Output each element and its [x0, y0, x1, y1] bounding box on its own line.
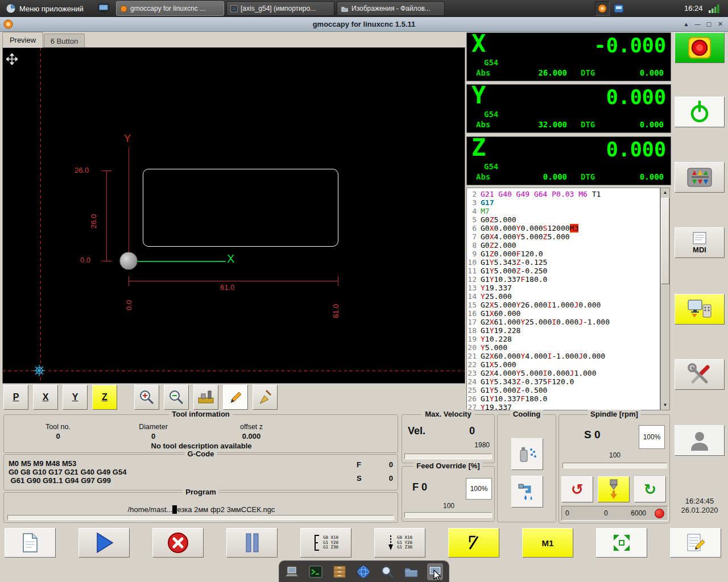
scroll-down-button[interactable]: ▼	[661, 401, 669, 410]
gcode-line[interactable]: 21G2X60.000Y4.000I-1.000J0.000	[467, 352, 660, 360]
taskbar-window-axis[interactable]: [axis_g54] (импортиро...	[226, 1, 334, 16]
mist-button[interactable]	[511, 438, 543, 470]
skip-block-button[interactable]	[448, 528, 499, 558]
tab-6-button[interactable]: 6 Button	[44, 34, 85, 48]
tab-preview[interactable]: Preview	[2, 32, 43, 48]
dro-abs-label: Abs	[476, 172, 490, 181]
edit-button[interactable]	[670, 528, 721, 558]
taskbar-window-images[interactable]: Изображения - Файлов...	[337, 1, 445, 16]
show-dimensions-button[interactable]	[193, 385, 218, 410]
edit-gcode-button[interactable]	[223, 385, 248, 410]
maximize-button[interactable]: □	[704, 19, 714, 30]
gcode-line[interactable]: 4M7	[467, 207, 660, 215]
dro-value: -0.000	[594, 34, 666, 57]
spindle-slider[interactable]	[562, 463, 667, 468]
taskbar-clock[interactable]: 16:24	[684, 0, 703, 17]
dro-axis-z[interactable]: Z G54 0.000 Abs 0.000 DTG 0.000	[466, 136, 671, 185]
pause-program-button[interactable]	[226, 528, 278, 558]
tray-gmoccapy-icon[interactable]	[595, 1, 610, 16]
taskbar-launcher-button[interactable]	[97, 2, 110, 15]
fullscreen-button[interactable]	[596, 528, 647, 558]
gcode-line[interactable]: 10G1Y5.343Z-0.125	[467, 258, 660, 267]
spindle-stop-button[interactable]	[598, 476, 630, 502]
dro-dtg-label: DTG	[581, 68, 595, 77]
spindle-left-button[interactable]: ↺	[561, 476, 593, 502]
close-button[interactable]: ×	[715, 19, 726, 30]
applications-menu-button[interactable]: Меню приложений	[1, 1, 88, 16]
gcode-line[interactable]: 25G1Y5.000Z-0.500	[467, 386, 660, 394]
view-p-button[interactable]: P	[3, 385, 28, 410]
scrollbar-thumb[interactable]	[661, 198, 669, 284]
spindle-right-button[interactable]: ↻	[634, 476, 666, 502]
dock-laptop-button[interactable]	[284, 563, 300, 580]
gcode-line[interactable]: 2G21 G40 G49 G64 P0.03 M6 T1	[467, 190, 660, 198]
preview-canvas[interactable]: Y X 26.0 0.0 26.0 61.0 0.0 61.0	[2, 47, 465, 384]
mdi-mode-button[interactable]: MDI	[675, 227, 725, 258]
view-y-button[interactable]: Y	[63, 385, 88, 410]
step-button[interactable]: G0 X10 G1 Y20 G1 Z30	[374, 528, 425, 558]
optional-stop-button[interactable]: M1	[522, 528, 573, 558]
view-z-button[interactable]: Z	[92, 385, 117, 410]
run-from-line-button[interactable]: G0 X10 G1 Y20 G1 Z30	[300, 528, 351, 558]
view-x-button[interactable]: X	[33, 385, 58, 410]
gcode-line[interactable]: 6G0X0.000Y0.000S12000M3	[467, 224, 660, 232]
gcode-scrollbar[interactable]: ▲ ▼	[660, 188, 670, 410]
gcode-line[interactable]: 12G1Y10.337F180.0	[467, 275, 660, 284]
settings-button[interactable]	[675, 359, 725, 390]
machine-on-button[interactable]	[675, 97, 725, 127]
stop-program-button[interactable]	[152, 528, 204, 558]
zoom-in-button[interactable]	[134, 385, 159, 410]
menu-label: Меню приложений	[19, 5, 84, 13]
dim-tick	[102, 261, 111, 261]
gcode-line[interactable]: 17G2X61.000Y25.000I0.000J-1.000	[467, 318, 660, 326]
dock-browser-button[interactable]	[355, 563, 371, 580]
gcode-lines[interactable]: 2G21 G40 G49 G64 P0.03 M6 T13G174M75G0Z5…	[466, 188, 660, 410]
network-signal-icon[interactable]	[708, 4, 721, 13]
scroll-up-button[interactable]: ▲	[661, 188, 669, 197]
gcode-line[interactable]: 22G1X5.000	[467, 360, 660, 369]
shade-button[interactable]: ▲	[681, 19, 692, 30]
scroll-up-icon: ▲	[663, 190, 668, 195]
dro-axis-y[interactable]: Y G54 0.000 Abs 32.000 DTG 0.000	[466, 84, 671, 133]
gcode-line-text: M7	[481, 207, 490, 215]
dro-axis-x[interactable]: X G54 -0.000 Abs 26.000 DTG 0.000	[466, 32, 671, 81]
gcode-line[interactable]: 3G17	[467, 198, 660, 207]
gcode-line[interactable]: 24G1Y5.343Z-0.375F120.0	[467, 377, 660, 386]
dock-search-button[interactable]	[379, 563, 395, 580]
flood-button[interactable]	[511, 476, 543, 508]
dock-folder-button[interactable]	[403, 563, 419, 580]
gcode-line[interactable]: 8G0Z2.000	[467, 241, 660, 250]
tray-app-icon[interactable]	[613, 3, 624, 14]
user-button[interactable]	[675, 425, 725, 456]
gcode-line[interactable]: 18G1Y19.228	[467, 326, 660, 335]
gcode-line[interactable]: 20Y5.000	[467, 343, 660, 352]
estop-button[interactable]	[675, 32, 725, 63]
open-file-button[interactable]	[5, 528, 56, 558]
run-program-button[interactable]	[78, 528, 130, 558]
gcode-line[interactable]: 14Y25.000	[467, 292, 660, 301]
gcode-line[interactable]: 7G0X4.000Y5.000Z5.000	[467, 232, 660, 241]
minimize-button[interactable]: —	[692, 19, 703, 30]
dock-terminal-button[interactable]	[308, 563, 324, 580]
gcode-line[interactable]: 11G1Y5.000Z-0.250	[467, 267, 660, 275]
taskbar-window-gmoccapy[interactable]: gmoccapy for linuxcnc ...	[116, 1, 224, 16]
window-titlebar[interactable]: gmoccapy for linuxcnc 1.5.11 ▲ — □ ×	[0, 17, 728, 32]
dim-line-height	[106, 171, 107, 261]
dock-files-button[interactable]	[332, 563, 348, 580]
feed-override-slider[interactable]	[404, 512, 492, 518]
gcode-line[interactable]: 9G1Z0.000F120.0	[467, 250, 660, 258]
maximize-icon: □	[707, 20, 712, 28]
gcode-line[interactable]: 19Y10.228	[467, 335, 660, 343]
gcode-line[interactable]: 16G1X60.000	[467, 309, 660, 318]
feed-override-panel: Feed Override [%] F 0 100% 100	[402, 466, 495, 522]
gcode-line[interactable]: 15G2X5.000Y26.000I1.000J0.000	[467, 301, 660, 309]
gcode-line[interactable]: 26G1Y10.337F180.0	[467, 394, 660, 403]
gcode-line-number: 2	[467, 190, 481, 198]
gcode-line[interactable]: 5G0Z5.000	[467, 215, 660, 224]
clear-plot-button[interactable]	[253, 385, 278, 410]
gcode-line[interactable]: 13Y19.337	[467, 284, 660, 292]
auto-mode-button[interactable]	[675, 294, 725, 325]
manual-mode-button[interactable]	[675, 162, 725, 193]
zoom-out-button[interactable]	[164, 385, 189, 410]
gcode-line[interactable]: 23G2X4.000Y5.000I0.000J1.000	[467, 369, 660, 377]
